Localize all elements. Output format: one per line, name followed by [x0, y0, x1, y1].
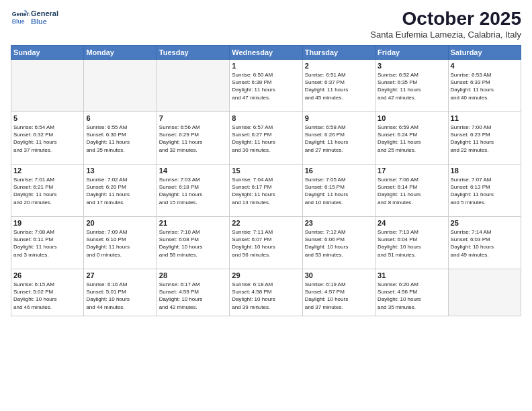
day-info: Sunrise: 6:52 AM Sunset: 6:35 PM Dayligh…	[378, 71, 445, 101]
day-info: Sunrise: 6:51 AM Sunset: 6:37 PM Dayligh…	[305, 71, 373, 101]
calendar-cell: 28Sunrise: 6:17 AM Sunset: 4:59 PM Dayli…	[157, 269, 229, 316]
day-number: 17	[378, 167, 445, 175]
day-info: Sunrise: 7:06 AM Sunset: 6:14 PM Dayligh…	[378, 176, 445, 206]
title-block: October 2025 Santa Eufemia Lamezia, Cala…	[370, 8, 521, 40]
day-number: 20	[86, 219, 154, 227]
calendar-cell: 16Sunrise: 7:05 AM Sunset: 6:15 PM Dayli…	[302, 165, 375, 217]
day-info: Sunrise: 6:20 AM Sunset: 4:56 PM Dayligh…	[378, 281, 445, 311]
calendar-cell: 10Sunrise: 6:59 AM Sunset: 6:24 PM Dayli…	[375, 112, 448, 165]
calendar-cell: 18Sunrise: 7:07 AM Sunset: 6:13 PM Dayli…	[448, 165, 521, 217]
day-number: 25	[451, 219, 519, 227]
weekday-header-monday: Monday	[84, 46, 157, 60]
day-info: Sunrise: 7:10 AM Sunset: 6:08 PM Dayligh…	[159, 228, 227, 259]
page-container: General Blue General Blue October 2025 S…	[0, 0, 532, 322]
day-number: 30	[305, 271, 373, 279]
day-number: 8	[232, 114, 300, 122]
weekday-header-saturday: Saturday	[448, 46, 521, 60]
day-number: 15	[232, 167, 300, 175]
day-number: 26	[13, 271, 81, 279]
day-number: 19	[13, 219, 81, 227]
calendar-cell: 1Sunrise: 6:50 AM Sunset: 6:38 PM Daylig…	[230, 60, 302, 112]
day-info: Sunrise: 6:55 AM Sunset: 6:30 PM Dayligh…	[86, 124, 154, 154]
day-number: 1	[232, 62, 300, 70]
calendar-cell: 14Sunrise: 7:03 AM Sunset: 6:18 PM Dayli…	[157, 165, 229, 217]
calendar-cell: 4Sunrise: 6:53 AM Sunset: 6:33 PM Daylig…	[448, 60, 521, 112]
calendar-cell: 17Sunrise: 7:06 AM Sunset: 6:14 PM Dayli…	[375, 165, 448, 217]
weekday-header-wednesday: Wednesday	[230, 46, 302, 60]
calendar-cell: 13Sunrise: 7:02 AM Sunset: 6:20 PM Dayli…	[84, 165, 157, 217]
day-info: Sunrise: 6:16 AM Sunset: 5:01 PM Dayligh…	[86, 281, 154, 311]
calendar-cell: 25Sunrise: 7:14 AM Sunset: 6:03 PM Dayli…	[448, 217, 521, 269]
day-info: Sunrise: 6:17 AM Sunset: 4:59 PM Dayligh…	[159, 281, 227, 311]
day-number: 27	[86, 271, 154, 279]
day-number: 10	[378, 114, 445, 122]
calendar-cell	[157, 60, 229, 112]
day-info: Sunrise: 7:12 AM Sunset: 6:06 PM Dayligh…	[305, 228, 373, 259]
weekday-header-row: SundayMondayTuesdayWednesdayThursdayFrid…	[11, 46, 521, 60]
day-number: 31	[378, 271, 445, 279]
weekday-header-sunday: Sunday	[11, 46, 84, 60]
logo-text-line1: General	[31, 9, 58, 17]
day-info: Sunrise: 6:19 AM Sunset: 4:57 PM Dayligh…	[305, 281, 373, 311]
calendar-cell: 26Sunrise: 6:15 AM Sunset: 5:02 PM Dayli…	[11, 269, 84, 316]
day-number: 14	[159, 167, 227, 175]
day-info: Sunrise: 7:02 AM Sunset: 6:20 PM Dayligh…	[86, 176, 154, 206]
calendar-cell	[11, 60, 84, 112]
calendar-cell: 15Sunrise: 7:04 AM Sunset: 6:17 PM Dayli…	[230, 165, 302, 217]
day-number: 16	[305, 167, 373, 175]
calendar-cell: 20Sunrise: 7:09 AM Sunset: 6:10 PM Dayli…	[84, 217, 157, 269]
calendar-week-1: 1Sunrise: 6:50 AM Sunset: 6:38 PM Daylig…	[11, 60, 521, 112]
calendar-cell: 21Sunrise: 7:10 AM Sunset: 6:08 PM Dayli…	[157, 217, 229, 269]
day-info: Sunrise: 7:01 AM Sunset: 6:21 PM Dayligh…	[13, 176, 81, 206]
day-number: 4	[451, 62, 519, 70]
day-info: Sunrise: 7:08 AM Sunset: 6:11 PM Dayligh…	[13, 228, 81, 259]
calendar-cell: 6Sunrise: 6:55 AM Sunset: 6:30 PM Daylig…	[84, 112, 157, 165]
calendar-cell: 5Sunrise: 6:54 AM Sunset: 6:32 PM Daylig…	[11, 112, 84, 165]
day-number: 28	[159, 271, 227, 279]
calendar-cell: 9Sunrise: 6:58 AM Sunset: 6:26 PM Daylig…	[302, 112, 375, 165]
day-number: 13	[86, 167, 154, 175]
day-info: Sunrise: 6:54 AM Sunset: 6:32 PM Dayligh…	[13, 124, 81, 154]
calendar-week-4: 19Sunrise: 7:08 AM Sunset: 6:11 PM Dayli…	[11, 217, 521, 269]
calendar-cell: 19Sunrise: 7:08 AM Sunset: 6:11 PM Dayli…	[11, 217, 84, 269]
calendar-cell: 27Sunrise: 6:16 AM Sunset: 5:01 PM Dayli…	[84, 269, 157, 316]
calendar-cell: 24Sunrise: 7:13 AM Sunset: 6:04 PM Dayli…	[375, 217, 448, 269]
day-number: 2	[305, 62, 373, 70]
day-number: 3	[378, 62, 445, 70]
calendar-cell: 2Sunrise: 6:51 AM Sunset: 6:37 PM Daylig…	[302, 60, 375, 112]
day-info: Sunrise: 7:07 AM Sunset: 6:13 PM Dayligh…	[451, 176, 519, 206]
day-number: 6	[86, 114, 154, 122]
calendar-cell: 29Sunrise: 6:18 AM Sunset: 4:58 PM Dayli…	[230, 269, 302, 316]
day-info: Sunrise: 6:15 AM Sunset: 5:02 PM Dayligh…	[13, 281, 81, 311]
svg-text:Blue: Blue	[12, 18, 25, 25]
day-info: Sunrise: 7:03 AM Sunset: 6:18 PM Dayligh…	[159, 176, 227, 206]
day-info: Sunrise: 7:11 AM Sunset: 6:07 PM Dayligh…	[232, 228, 300, 259]
day-number: 9	[305, 114, 373, 122]
calendar-cell	[84, 60, 157, 112]
day-number: 24	[378, 219, 445, 227]
day-number: 21	[159, 219, 227, 227]
calendar-week-2: 5Sunrise: 6:54 AM Sunset: 6:32 PM Daylig…	[11, 112, 521, 165]
calendar-cell: 23Sunrise: 7:12 AM Sunset: 6:06 PM Dayli…	[302, 217, 375, 269]
calendar-cell: 8Sunrise: 6:57 AM Sunset: 6:27 PM Daylig…	[230, 112, 302, 165]
day-info: Sunrise: 6:50 AM Sunset: 6:38 PM Dayligh…	[232, 71, 300, 101]
calendar-cell: 22Sunrise: 7:11 AM Sunset: 6:07 PM Dayli…	[230, 217, 302, 269]
calendar-cell: 7Sunrise: 6:56 AM Sunset: 6:29 PM Daylig…	[157, 112, 229, 165]
day-info: Sunrise: 6:59 AM Sunset: 6:24 PM Dayligh…	[378, 124, 445, 154]
calendar-cell: 3Sunrise: 6:52 AM Sunset: 6:35 PM Daylig…	[375, 60, 448, 112]
day-info: Sunrise: 7:00 AM Sunset: 6:23 PM Dayligh…	[451, 124, 519, 154]
weekday-header-friday: Friday	[375, 46, 448, 60]
day-number: 11	[451, 114, 519, 122]
header: General Blue General Blue October 2025 S…	[11, 8, 521, 40]
day-info: Sunrise: 7:13 AM Sunset: 6:04 PM Dayligh…	[378, 228, 445, 259]
day-info: Sunrise: 6:53 AM Sunset: 6:33 PM Dayligh…	[451, 71, 519, 101]
day-number: 18	[451, 167, 519, 175]
month-title: October 2025	[370, 8, 521, 30]
day-info: Sunrise: 6:57 AM Sunset: 6:27 PM Dayligh…	[232, 124, 300, 154]
day-info: Sunrise: 6:56 AM Sunset: 6:29 PM Dayligh…	[159, 124, 227, 154]
calendar-cell: 30Sunrise: 6:19 AM Sunset: 4:57 PM Dayli…	[302, 269, 375, 316]
calendar-table: SundayMondayTuesdayWednesdayThursdayFrid…	[11, 45, 521, 316]
logo: General Blue General Blue	[11, 8, 58, 27]
day-info: Sunrise: 6:58 AM Sunset: 6:26 PM Dayligh…	[305, 124, 373, 154]
day-number: 29	[232, 271, 300, 279]
